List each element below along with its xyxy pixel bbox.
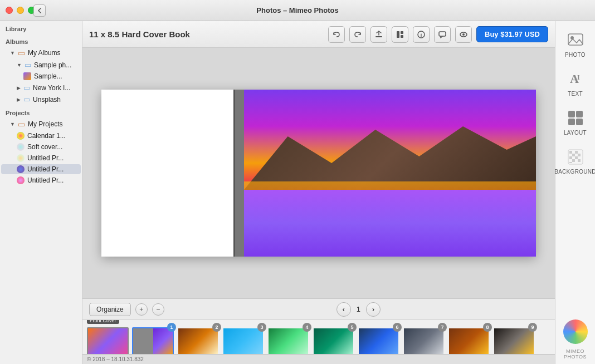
page-navigation: ‹ 1 › [336,302,381,317]
thumbnail-img-9 [493,327,535,355]
mimeo-logo[interactable] [563,319,588,344]
comment-button[interactable] [434,26,451,43]
sidebar-item-calendar[interactable]: Calendar 1... [1,131,81,141]
thumbnail-img-5 [313,327,354,355]
sidebar-item-label-10: Untitled Pr... [27,165,64,173]
svg-rect-26 [569,162,572,163]
expand-arrow: ▼ [10,50,15,56]
sidebar-item-untitled1[interactable]: Untitled Pr... [1,153,81,163]
next-icon: › [372,306,374,313]
organize-button[interactable]: Organize [89,303,131,316]
thumbnail-page-1[interactable]: 1 [132,327,174,355]
next-page-button[interactable]: › [366,302,381,317]
thumbnail-strip: Front Cover 1 2 [82,320,555,354]
panel-text[interactable]: A I TEXT [558,65,593,101]
folder-icon-3: ▭ [23,83,30,92]
upload-button[interactable] [370,26,387,43]
svg-rect-14 [576,111,583,117]
front-cover-badge: Front Cover [87,320,119,324]
thumbnail-photo-3 [223,328,263,355]
thumbnail-page-8[interactable]: 8 [448,327,490,355]
svg-rect-16 [576,119,583,125]
sidebar-item-unsplash[interactable]: ▶ ▭ Unsplash [1,94,81,105]
sidebar-item-label-2: Sample ph... [34,61,71,69]
prev-icon: ‹ [343,306,345,313]
thumbnail-img-3 [222,327,264,355]
page-number: 1 [357,305,360,313]
albums-label: Albums [0,34,82,47]
sidebar-item-label-4: New York I... [33,84,70,92]
folder-icon-4: ▭ [23,95,30,104]
thumbnail-img-8 [448,327,490,355]
close-button[interactable] [6,7,13,14]
sidebar-item-my-albums[interactable]: ▼ ▭ My Albums [1,47,81,58]
thumbnail-img-4 [267,327,309,355]
svg-rect-21 [578,154,581,156]
thumbnail-front-cover[interactable]: Front Cover [87,327,129,355]
thumbnail-photo-6 [359,328,398,355]
nav-bar: Organize + − ‹ 1 › [82,299,555,320]
thumbnail-photo-4 [269,328,308,355]
undo-button[interactable] [328,26,345,43]
right-panel: PHOTO A I TEXT LAYOUT [555,21,595,364]
canvas-area [82,48,555,298]
thumbnail-page-3[interactable]: 3 [222,327,264,355]
svg-rect-2 [401,31,403,34]
svg-rect-9 [568,34,583,45]
thumbnail-photo-7 [404,328,443,355]
redo-button[interactable] [349,26,366,43]
thumbnail-page-6[interactable]: 6 [358,327,399,355]
sidebar-item-label-5: Unsplash [33,96,61,104]
page-badge-6: 6 [393,323,402,332]
thumbnail-page-7[interactable]: 7 [403,327,445,355]
panel-background[interactable]: BACKGROUND [558,142,593,179]
svg-rect-23 [572,159,575,162]
prev-page-button[interactable]: ‹ [336,302,351,317]
preview-button[interactable] [455,26,472,43]
page-badge-5: 5 [348,323,357,332]
thumbnail-photo-2 [178,328,218,355]
info-button[interactable]: i [413,26,430,43]
background-panel-icon [565,147,586,167]
sample-thumbnail [23,72,31,80]
content-area: 11 x 8.5 Hard Cover Book i Buy $31 [82,21,555,364]
toolbar: 11 x 8.5 Hard Cover Book i Buy $31 [82,21,555,48]
minimize-button[interactable] [17,7,24,14]
sidebar-item-untitled2[interactable]: Untitled Pr... [1,164,81,174]
book-right-page [244,90,536,257]
bottom-strip: Organize + − ‹ 1 › [82,298,555,354]
book-title: 11 x 8.5 Hard Cover Book [89,29,324,39]
sidebar-item-label-8: Soft cover... [27,143,62,151]
thumbnail-page-9[interactable]: 9 [493,327,535,355]
project-icon-untitled1 [17,154,25,162]
svg-rect-1 [397,31,399,38]
panel-layout[interactable]: LAYOUT [558,104,593,140]
folder-icon-2: ▭ [25,61,31,69]
thumbnail-page-5[interactable]: 5 [313,327,354,355]
sidebar-item-newyork[interactable]: ▶ ▭ New York I... [1,82,81,93]
library-label: Library [0,21,82,34]
sidebar-item-sample[interactable]: Sample... [1,71,81,81]
buy-button[interactable]: Buy $31.97 USD [476,26,548,42]
svg-rect-0 [375,36,382,37]
thumbnail-page-2[interactable]: 2 [177,327,219,355]
back-button[interactable] [33,4,46,17]
text-label: TEXT [568,91,583,97]
svg-rect-15 [568,119,575,125]
sidebar-item-label-7: Calendar 1... [27,132,66,140]
svg-rect-19 [572,154,575,156]
sidebar-item-my-projects[interactable]: ▼ ▭ My Projects [1,119,81,130]
add-page-button[interactable]: + [135,303,148,316]
sidebar-item-untitled3[interactable]: Untitled Pr... [1,175,81,185]
projects-label: Projects [0,105,82,118]
sidebar-item-sample-ph[interactable]: ▼ ▭ Sample ph... [1,60,81,70]
remove-page-button[interactable]: − [152,303,164,316]
book-photo [244,90,536,257]
panel-photo[interactable]: PHOTO [558,26,593,62]
sidebar-item-soft-cover[interactable]: Soft cover... [1,142,81,152]
project-icon-soft [17,143,25,151]
layout-switch-button[interactable] [392,26,408,43]
title-bar: Photos – Mimeo Photos [0,0,595,21]
sidebar-item-label-9: Untitled Pr... [27,154,64,162]
thumbnail-page-4[interactable]: 4 [267,327,309,355]
